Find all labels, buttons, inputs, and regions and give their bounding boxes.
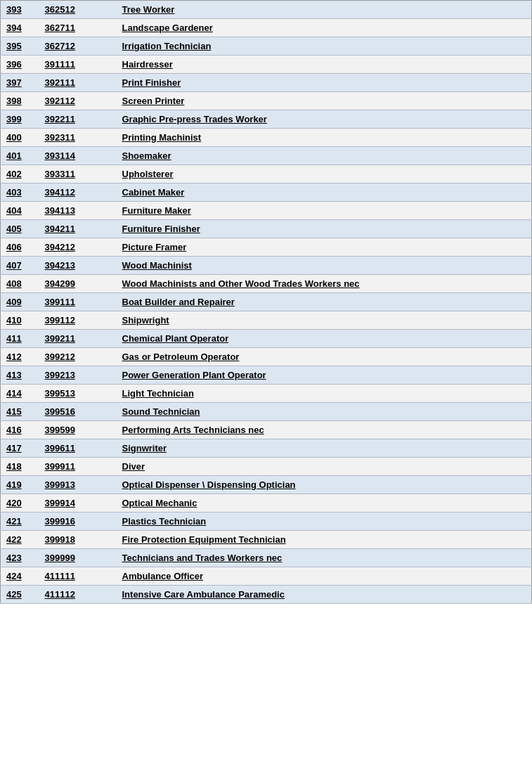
row-number[interactable]: 398 [1,92,39,110]
occupation-title[interactable]: Graphic Pre-press Trades Worker [117,110,532,129]
occupation-title[interactable]: Screen Printer [117,92,532,110]
row-number[interactable]: 419 [1,476,39,494]
row-number[interactable]: 411 [1,330,39,348]
row-number[interactable]: 400 [1,129,39,147]
occupation-title[interactable]: Chemical Plant Operator [117,330,532,348]
occupation-title[interactable]: Shoemaker [117,147,532,165]
occupation-code[interactable]: 394212 [39,238,117,257]
occupation-code[interactable]: 394213 [39,257,117,275]
occupation-title[interactable]: Optical Dispenser \ Dispensing Optician [117,476,532,494]
occupation-title[interactable]: Sound Technician [117,403,532,421]
occupation-title[interactable]: Fire Protection Equipment Technician [117,531,532,549]
occupation-code[interactable]: 393114 [39,147,117,165]
occupation-code[interactable]: 399611 [39,439,117,458]
row-number[interactable]: 417 [1,439,39,458]
row-number[interactable]: 416 [1,421,39,439]
occupation-title[interactable]: Furniture Finisher [117,220,532,238]
occupation-code[interactable]: 399916 [39,512,117,531]
occupation-code[interactable]: 399212 [39,348,117,366]
row-number[interactable]: 414 [1,385,39,403]
occupation-title[interactable]: Shipwright [117,311,532,330]
occupation-code[interactable]: 399211 [39,330,117,348]
occupation-title[interactable]: Intensive Care Ambulance Paramedic [117,586,532,604]
row-number[interactable]: 393 [1,1,39,19]
row-number[interactable]: 410 [1,311,39,330]
occupation-code[interactable]: 399599 [39,421,117,439]
row-number[interactable]: 394 [1,19,39,37]
occupation-code[interactable]: 394211 [39,220,117,238]
occupation-title[interactable]: Performing Arts Technicians nec [117,421,532,439]
table-row: 408394299Wood Machinists and Other Wood … [1,275,532,293]
occupation-code[interactable]: 399516 [39,403,117,421]
occupation-code[interactable]: 392112 [39,92,117,110]
row-number[interactable]: 403 [1,183,39,202]
occupation-code[interactable]: 399911 [39,458,117,476]
occupation-code[interactable]: 393311 [39,165,117,183]
occupation-title[interactable]: Diver [117,458,532,476]
occupation-code[interactable]: 394299 [39,275,117,293]
row-number[interactable]: 424 [1,567,39,586]
occupation-title[interactable]: Picture Framer [117,238,532,257]
row-number[interactable]: 425 [1,586,39,604]
row-number[interactable]: 404 [1,202,39,220]
occupation-code[interactable]: 362512 [39,1,117,19]
occupation-code[interactable]: 399213 [39,366,117,385]
occupation-code[interactable]: 399913 [39,476,117,494]
row-number[interactable]: 413 [1,366,39,385]
occupation-title[interactable]: Gas or Petroleum Operator [117,348,532,366]
occupation-title[interactable]: Boat Builder and Repairer [117,293,532,311]
row-number[interactable]: 396 [1,56,39,74]
occupation-title[interactable]: Landscape Gardener [117,19,532,37]
occupation-code[interactable]: 391111 [39,56,117,74]
row-number[interactable]: 421 [1,512,39,531]
occupation-title[interactable]: Light Technician [117,385,532,403]
occupation-title[interactable]: Print Finisher [117,74,532,92]
row-number[interactable]: 406 [1,238,39,257]
occupation-title[interactable]: Power Generation Plant Operator [117,366,532,385]
occupation-title[interactable]: Ambulance Officer [117,567,532,586]
row-number[interactable]: 412 [1,348,39,366]
occupation-title[interactable]: Hairdresser [117,56,532,74]
occupation-code[interactable]: 399918 [39,531,117,549]
occupation-code[interactable]: 399914 [39,494,117,512]
occupation-title[interactable]: Optical Mechanic [117,494,532,512]
occupation-code[interactable]: 399112 [39,311,117,330]
occupation-title[interactable]: Printing Machinist [117,129,532,147]
occupation-title[interactable]: Wood Machinists and Other Wood Trades Wo… [117,275,532,293]
row-number[interactable]: 409 [1,293,39,311]
occupation-title[interactable]: Upholsterer [117,165,532,183]
row-number[interactable]: 395 [1,37,39,56]
occupation-code[interactable]: 392211 [39,110,117,129]
row-number[interactable]: 407 [1,257,39,275]
row-number[interactable]: 399 [1,110,39,129]
occupation-title[interactable]: Tree Worker [117,1,532,19]
row-number[interactable]: 415 [1,403,39,421]
occupation-code[interactable]: 411111 [39,567,117,586]
occupation-title[interactable]: Furniture Maker [117,202,532,220]
row-number[interactable]: 422 [1,531,39,549]
occupation-title[interactable]: Signwriter [117,439,532,458]
occupation-code[interactable]: 362711 [39,19,117,37]
occupation-code[interactable]: 392111 [39,74,117,92]
row-number[interactable]: 420 [1,494,39,512]
occupation-title[interactable]: Technicians and Trades Workers nec [117,549,532,567]
occupation-code[interactable]: 394112 [39,183,117,202]
row-number[interactable]: 402 [1,165,39,183]
occupation-title[interactable]: Irrigation Technician [117,37,532,56]
row-number[interactable]: 405 [1,220,39,238]
occupation-code[interactable]: 392311 [39,129,117,147]
row-number[interactable]: 423 [1,549,39,567]
row-number[interactable]: 397 [1,74,39,92]
occupation-code[interactable]: 399111 [39,293,117,311]
occupation-code[interactable]: 362712 [39,37,117,56]
row-number[interactable]: 418 [1,458,39,476]
occupation-title[interactable]: Wood Machinist [117,257,532,275]
occupation-code[interactable]: 399513 [39,385,117,403]
row-number[interactable]: 408 [1,275,39,293]
occupation-code[interactable]: 411112 [39,586,117,604]
occupation-title[interactable]: Plastics Technician [117,512,532,531]
occupation-code[interactable]: 394113 [39,202,117,220]
row-number[interactable]: 401 [1,147,39,165]
occupation-title[interactable]: Cabinet Maker [117,183,532,202]
occupation-code[interactable]: 399999 [39,549,117,567]
